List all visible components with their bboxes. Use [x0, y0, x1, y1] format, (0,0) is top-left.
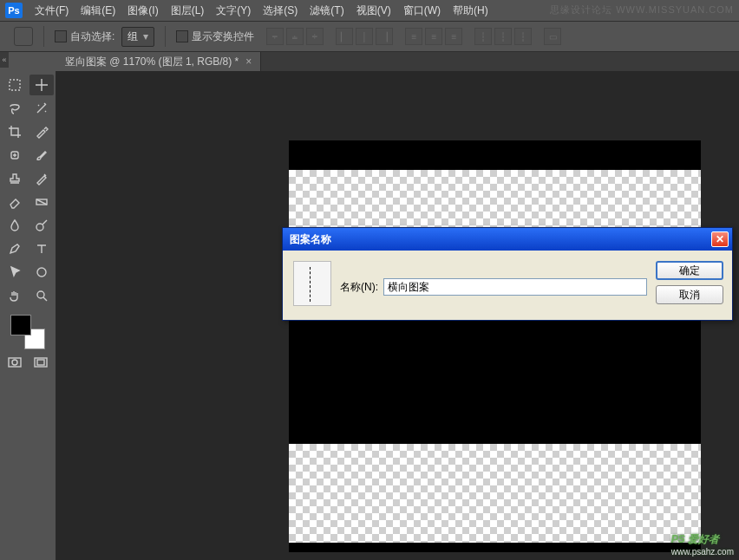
distribute-group-1: ≡ ≡ ≡ [405, 28, 462, 45]
separator [43, 26, 44, 47]
document-tabbar: 竖向图案 @ 1170% (图层 1, RGB/8) * × [56, 52, 739, 71]
ruler-corner: « [0, 52, 9, 68]
menu-type[interactable]: 文字(Y) [216, 3, 251, 18]
separator [165, 26, 166, 47]
screenmode-icon[interactable] [31, 355, 50, 370]
auto-align-group: ▭ [544, 28, 561, 45]
dist-top-icon: ≡ [405, 28, 422, 45]
dist-hcenter-icon: ┆ [494, 28, 512, 45]
history-brush-tool-icon[interactable] [29, 168, 54, 189]
svg-rect-9 [37, 360, 44, 365]
menu-view[interactable]: 视图(V) [356, 3, 391, 18]
eyedropper-tool-icon[interactable] [29, 121, 54, 142]
distribute-group-2: ┆ ┆ ┆ [474, 28, 532, 45]
healing-tool-icon[interactable] [3, 145, 27, 166]
auto-select-dropdown[interactable]: 组 [121, 27, 154, 47]
watermark-bottom: PS 爱好者 www.psahz.com [671, 531, 734, 557]
menu-window[interactable]: 窗口(W) [403, 3, 441, 18]
align-group-1: ⫧ ⫨ ⫩ [266, 28, 324, 45]
gradient-tool-icon[interactable] [29, 192, 54, 212]
brush-tool-icon[interactable] [29, 145, 54, 166]
dialog-close-button[interactable]: ✕ [711, 231, 729, 247]
dist-bottom-icon: ≡ [445, 28, 462, 45]
show-transform-checkbox[interactable]: 显示变换控件 [176, 29, 254, 44]
blur-tool-icon[interactable] [3, 215, 27, 236]
align-right-icon: ▕ [376, 28, 393, 45]
auto-select-checkbox[interactable]: 自动选择: [55, 29, 114, 44]
dist-vmid-icon: ≡ [425, 28, 442, 45]
toolbox [0, 71, 56, 560]
align-vmid-icon: ⫨ [286, 28, 304, 45]
menu-image[interactable]: 图像(I) [128, 3, 158, 18]
transparent-region [289, 444, 701, 543]
pattern-name-input[interactable] [383, 278, 647, 296]
move-tool-icon[interactable] [29, 75, 54, 95]
align-hcenter-icon: │ [356, 28, 373, 45]
svg-point-3 [36, 224, 43, 231]
pattern-preview [293, 261, 331, 306]
watermark-brand: PS 爱好者 [671, 533, 719, 545]
align-group-2: ▏ │ ▕ [336, 28, 393, 45]
tab-close-icon[interactable]: × [245, 55, 252, 68]
current-tool-icon[interactable] [14, 27, 33, 46]
auto-align-icon: ▭ [544, 28, 561, 45]
align-left-icon: ▏ [336, 28, 353, 45]
name-label: 名称(N): [340, 280, 378, 295]
svg-point-4 [37, 268, 46, 277]
quickmask-icon[interactable] [5, 355, 24, 370]
dist-left-icon: ┆ [474, 28, 492, 45]
menu-help[interactable]: 帮助(H) [453, 3, 488, 18]
eraser-tool-icon[interactable] [3, 192, 27, 212]
type-tool-icon[interactable] [29, 238, 54, 259]
pattern-name-dialog: 图案名称 ✕ 名称(N): 确定 取消 [282, 227, 733, 321]
svg-point-7 [12, 360, 17, 365]
dodge-tool-icon[interactable] [29, 215, 54, 236]
menu-layer[interactable]: 图层(L) [171, 3, 205, 18]
lasso-tool-icon[interactable] [3, 98, 27, 119]
pen-tool-icon[interactable] [3, 238, 27, 259]
show-transform-label: 显示变换控件 [192, 30, 254, 42]
auto-select-label: 自动选择: [70, 30, 114, 42]
svg-point-5 [37, 291, 44, 298]
menu-edit[interactable]: 编辑(E) [81, 3, 115, 18]
dist-right-icon: ┆ [514, 28, 532, 45]
menu-filter[interactable]: 滤镜(T) [310, 3, 343, 18]
ok-button[interactable]: 确定 [656, 261, 723, 280]
align-top-icon: ⫧ [266, 28, 284, 45]
wand-tool-icon[interactable] [29, 98, 54, 119]
watermark-top: 思缘设计论坛 WWW.MISSYUAN.COM [550, 3, 734, 16]
menu-file[interactable]: 文件(F) [35, 3, 69, 18]
ps-logo-icon: Ps [5, 3, 23, 18]
document-tab-title: 竖向图案 @ 1170% (图层 1, RGB/8) * [65, 55, 239, 69]
svg-rect-0 [10, 80, 20, 90]
cancel-button[interactable]: 取消 [656, 285, 723, 304]
hand-tool-icon[interactable] [3, 285, 27, 306]
menu-select[interactable]: 选择(S) [263, 3, 298, 18]
document-tab[interactable]: 竖向图案 @ 1170% (图层 1, RGB/8) * × [56, 52, 261, 71]
path-select-tool-icon[interactable] [3, 262, 27, 283]
marquee-tool-icon[interactable] [3, 75, 27, 95]
dialog-titlebar[interactable]: 图案名称 ✕ [283, 228, 732, 251]
shape-tool-icon[interactable] [29, 262, 54, 283]
watermark-url: www.psahz.com [671, 547, 734, 557]
color-swatches[interactable] [10, 315, 45, 349]
dialog-title: 图案名称 [290, 232, 331, 247]
align-bottom-icon: ⫩ [306, 28, 324, 45]
document-canvas[interactable] [289, 140, 701, 552]
options-bar: 自动选择: 组 显示变换控件 ⫧ ⫨ ⫩ ▏ │ ▕ ≡ ≡ ≡ ┆ ┆ ┆ ▭ [0, 21, 739, 52]
zoom-tool-icon[interactable] [29, 285, 54, 306]
foreground-swatch[interactable] [10, 315, 31, 335]
auto-select-value: 组 [128, 29, 138, 44]
crop-tool-icon[interactable] [3, 121, 27, 142]
stamp-tool-icon[interactable] [3, 168, 27, 189]
